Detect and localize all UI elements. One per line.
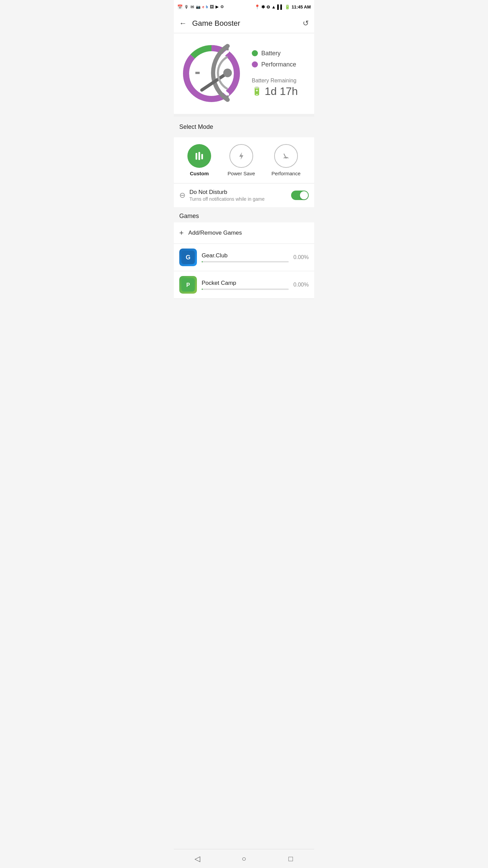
legend-battery: Battery	[252, 50, 298, 57]
signal-icon: ▌▌	[277, 4, 283, 9]
custom-mode-label: Custom	[190, 171, 209, 176]
gear-club-progress-fill	[202, 261, 203, 262]
wifi-icon: ▲	[271, 4, 276, 9]
battery-remaining: Battery Remaining 🔋 1d 17h	[252, 78, 298, 98]
performance-label: Performance	[261, 61, 296, 68]
mode-power-save[interactable]: Power Save	[228, 144, 255, 176]
battery-symbol: 🔋	[252, 86, 262, 96]
battery-remaining-label: Battery Remaining	[252, 78, 298, 84]
performance-dot	[252, 61, 258, 67]
power-save-mode-label: Power Save	[228, 171, 255, 176]
toggle-knob	[300, 191, 308, 199]
mode-performance[interactable]: Performance	[271, 144, 301, 176]
battery-remaining-value: 🔋 1d 17h	[252, 85, 298, 98]
svg-rect-7	[199, 152, 200, 160]
location-icon: 📍	[255, 4, 260, 9]
add-remove-games-button[interactable]: + Add/Remove Games	[174, 222, 314, 244]
legend-performance: Performance	[252, 61, 298, 68]
gear-club-name: Gear.Club	[202, 252, 289, 259]
battery-dot	[252, 50, 258, 56]
time-display: 11:45 AM	[291, 4, 311, 9]
nav-spacer	[174, 299, 314, 318]
game-item-gear-club[interactable]: G Gear.Club 0.00%	[174, 244, 314, 271]
app-bar-left: ← Game Booster	[179, 19, 240, 28]
page-title: Game Booster	[192, 19, 240, 28]
status-icons-left: 📅 🎙 ✉ 📷 e b 🖼 ▶ ⚙	[177, 4, 224, 9]
pocket-camp-percent: 0.00%	[293, 282, 309, 288]
dnd-subtitle: Turns off notifications while in game	[189, 196, 287, 202]
add-icon: +	[179, 229, 184, 237]
dnd-expand-button[interactable]: ⊖	[179, 191, 185, 200]
performance-mode-label: Performance	[271, 171, 301, 176]
games-title: Games	[179, 213, 309, 220]
chart-section: Battery Performance Battery Remaining 🔋 …	[174, 33, 314, 114]
back-button[interactable]: ←	[179, 19, 187, 28]
gear-club-icon: G	[179, 249, 197, 266]
gmail-icon: ✉	[190, 4, 194, 9]
app-bar: ← Game Booster ↺	[174, 14, 314, 33]
dnd-icon: ⊖	[266, 4, 270, 9]
custom-mode-circle[interactable]	[187, 144, 211, 168]
svg-point-9	[285, 157, 287, 159]
refresh-button[interactable]: ↺	[303, 19, 309, 28]
bluetooth-icon: ✱	[261, 4, 265, 9]
add-games-label: Add/Remove Games	[188, 230, 242, 236]
svg-text:G: G	[186, 254, 190, 261]
pocket-camp-progress-fill	[202, 289, 203, 290]
ebay2-icon: b	[206, 5, 208, 9]
games-section: Games + Add/Remove Games G Gear.Club 0.0…	[174, 207, 314, 299]
dnd-text: Do Not Disturb Turns off notifications w…	[189, 189, 287, 202]
pocket-camp-icon: P	[179, 276, 197, 294]
select-mode-title: Select Mode	[179, 123, 309, 131]
calendar-icon: 📅	[177, 4, 183, 9]
svg-point-2	[223, 68, 232, 77]
dnd-title: Do Not Disturb	[189, 189, 287, 196]
pocket-camp-details: Pocket Camp	[202, 280, 289, 290]
podcast-icon: 🎙	[184, 4, 189, 9]
game-item-pocket-camp[interactable]: P Pocket Camp 0.00%	[174, 271, 314, 299]
photos-icon: 🖼	[210, 4, 214, 9]
chart-legend: Battery Performance Battery Remaining 🔋 …	[252, 50, 298, 98]
dnd-toggle[interactable]	[291, 191, 309, 200]
select-mode-section: Select Mode Custom Power Save	[174, 117, 314, 183]
donut-chart	[179, 41, 244, 106]
speedometer-icon	[179, 41, 244, 106]
section-divider-1	[174, 114, 314, 117]
youtube-icon: ▶	[216, 4, 219, 9]
pocket-camp-name: Pocket Camp	[202, 280, 289, 287]
gear-club-progress-bar	[202, 261, 289, 262]
mode-buttons: Custom Power Save Performance	[174, 137, 314, 183]
svg-text:P: P	[186, 282, 190, 288]
power-save-circle[interactable]	[229, 144, 253, 168]
battery-time: 1d 17h	[265, 85, 298, 98]
gear-club-details: Gear.Club	[202, 252, 289, 262]
instagram-icon: 📷	[196, 5, 201, 9]
status-bar: 📅 🎙 ✉ 📷 e b 🖼 ▶ ⚙ 📍 ✱ ⊖ ▲ ▌▌ 🔋 11:45 AM	[174, 0, 314, 14]
svg-rect-8	[201, 154, 203, 159]
battery-label: Battery	[261, 50, 281, 57]
status-icons-right: 📍 ✱ ⊖ ▲ ▌▌ 🔋 11:45 AM	[255, 4, 311, 9]
svg-rect-6	[196, 153, 197, 160]
settings-icon: ⚙	[220, 4, 224, 9]
ebay-icon: e	[202, 5, 204, 9]
mode-custom[interactable]: Custom	[187, 144, 211, 176]
dnd-section: ⊖ Do Not Disturb Turns off notifications…	[174, 183, 314, 207]
performance-circle[interactable]	[274, 144, 298, 168]
gear-club-percent: 0.00%	[293, 254, 309, 260]
pocket-camp-progress-bar	[202, 289, 289, 290]
battery-icon: 🔋	[285, 4, 290, 9]
